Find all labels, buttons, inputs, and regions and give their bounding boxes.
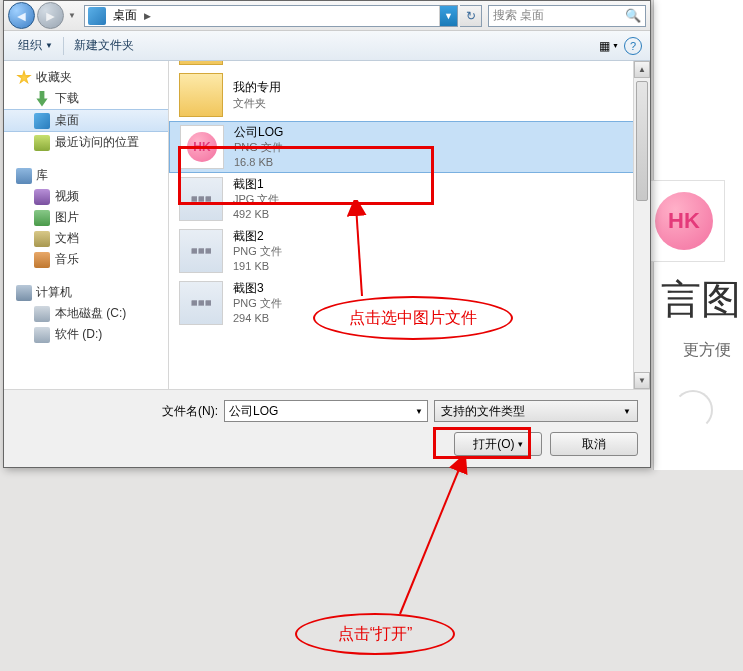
file-thumbnail: ▦▦▦ [179, 281, 223, 325]
background-text-2: 更方便 [683, 340, 731, 361]
hk-logo: HK [655, 192, 713, 250]
tree-videos[interactable]: 视频 [4, 186, 168, 207]
library-icon [16, 168, 32, 184]
desktop-icon [88, 7, 106, 25]
tree-libraries[interactable]: 库 [4, 165, 168, 186]
tree-music[interactable]: 音乐 [4, 249, 168, 270]
scrollbar[interactable]: ▲ ▼ [633, 61, 650, 389]
tree-documents[interactable]: 文档 [4, 228, 168, 249]
filename-label: 文件名(N): [162, 403, 218, 420]
tree-desktop[interactable]: 桌面 [4, 109, 168, 132]
desktop-icon [34, 113, 50, 129]
tree-recent[interactable]: 最近访问的位置 [4, 132, 168, 153]
tree-pictures[interactable]: 图片 [4, 207, 168, 228]
star-icon [16, 70, 32, 86]
folder-icon [179, 73, 223, 117]
open-button[interactable]: 打开(O) ▾ [454, 432, 542, 456]
search-box[interactable]: 搜索 桌面 🔍 [488, 5, 646, 27]
view-button[interactable]: ▦ ▼ [598, 35, 620, 57]
drive-icon [34, 327, 50, 343]
content-area: 收藏夹 下载 桌面 最近访问的位置 库 视频 图片 文档 音乐 计算机 本地磁盘… [4, 61, 650, 389]
search-icon: 🔍 [625, 8, 641, 23]
music-icon [34, 252, 50, 268]
tree-computer[interactable]: 计算机 [4, 282, 168, 303]
forward-button[interactable]: ► [37, 2, 64, 29]
scroll-up-button[interactable]: ▲ [634, 61, 650, 78]
annotation-callout-1: 点击选中图片文件 [313, 296, 513, 340]
video-icon [34, 189, 50, 205]
organize-button[interactable]: 组织▼ [12, 34, 59, 57]
file-thumbnail: HK [180, 125, 224, 169]
tree-drive-d[interactable]: 软件 (D:) [4, 324, 168, 345]
cancel-button[interactable]: 取消 [550, 432, 638, 456]
background-curve [673, 390, 713, 430]
search-placeholder: 搜索 桌面 [493, 7, 544, 24]
scroll-down-button[interactable]: ▼ [634, 372, 650, 389]
recent-icon [34, 135, 50, 151]
tree-favorites[interactable]: 收藏夹 [4, 67, 168, 88]
file-item-selected[interactable]: HK 公司LOGPNG 文件16.8 KB [169, 121, 650, 173]
refresh-button[interactable]: ↻ [460, 5, 482, 27]
drive-icon [34, 306, 50, 322]
annotation-arrow-2 [390, 456, 470, 616]
background-text-1: 言图 [661, 272, 741, 327]
filename-input[interactable]: 公司LOG▼ [224, 400, 428, 422]
file-open-dialog: ◄ ► ▼ 桌面 ▶ ▼ ↻ 搜索 桌面 🔍 组织▼ 新建文件夹 ▦ ▼ ? [3, 0, 651, 468]
svg-line-1 [400, 462, 462, 614]
computer-icon [16, 285, 32, 301]
file-item[interactable]: 我的专用文件夹 [169, 69, 650, 121]
address-bar[interactable]: 桌面 ▶ ▼ [84, 5, 458, 27]
address-segment[interactable]: 桌面 [109, 7, 141, 24]
annotation-callout-2: 点击“打开” [295, 613, 455, 655]
tree-downloads[interactable]: 下载 [4, 88, 168, 109]
file-item[interactable]: ▦▦▦ 截图1JPG 文件492 KB [169, 173, 650, 225]
dialog-bottom: 文件名(N): 公司LOG▼ 支持的文件类型▼ 打开(O) ▾ 取消 [4, 389, 650, 467]
nav-history-dropdown[interactable]: ▼ [66, 6, 78, 26]
new-folder-button[interactable]: 新建文件夹 [68, 34, 140, 57]
folder-icon [179, 61, 223, 65]
address-arrow-icon[interactable]: ▶ [141, 11, 154, 21]
background-preview: HK [643, 180, 725, 262]
document-icon [34, 231, 50, 247]
scroll-thumb[interactable] [636, 81, 648, 201]
back-button[interactable]: ◄ [8, 2, 35, 29]
file-thumbnail: ▦▦▦ [179, 177, 223, 221]
filetype-filter[interactable]: 支持的文件类型▼ [434, 400, 638, 422]
navigation-tree[interactable]: 收藏夹 下载 桌面 最近访问的位置 库 视频 图片 文档 音乐 计算机 本地磁盘… [4, 61, 169, 389]
help-button[interactable]: ? [624, 37, 642, 55]
tree-drive-c[interactable]: 本地磁盘 (C:) [4, 303, 168, 324]
navigation-bar: ◄ ► ▼ 桌面 ▶ ▼ ↻ 搜索 桌面 🔍 [4, 1, 650, 31]
download-icon [34, 91, 50, 107]
hk-logo-icon: HK [187, 132, 217, 162]
file-item[interactable]: 文件夹 [169, 61, 650, 69]
toolbar: 组织▼ 新建文件夹 ▦ ▼ ? [4, 31, 650, 61]
file-thumbnail: ▦▦▦ [179, 229, 223, 273]
address-dropdown[interactable]: ▼ [439, 6, 457, 26]
file-item[interactable]: ▦▦▦ 截图2PNG 文件191 KB [169, 225, 650, 277]
picture-icon [34, 210, 50, 226]
